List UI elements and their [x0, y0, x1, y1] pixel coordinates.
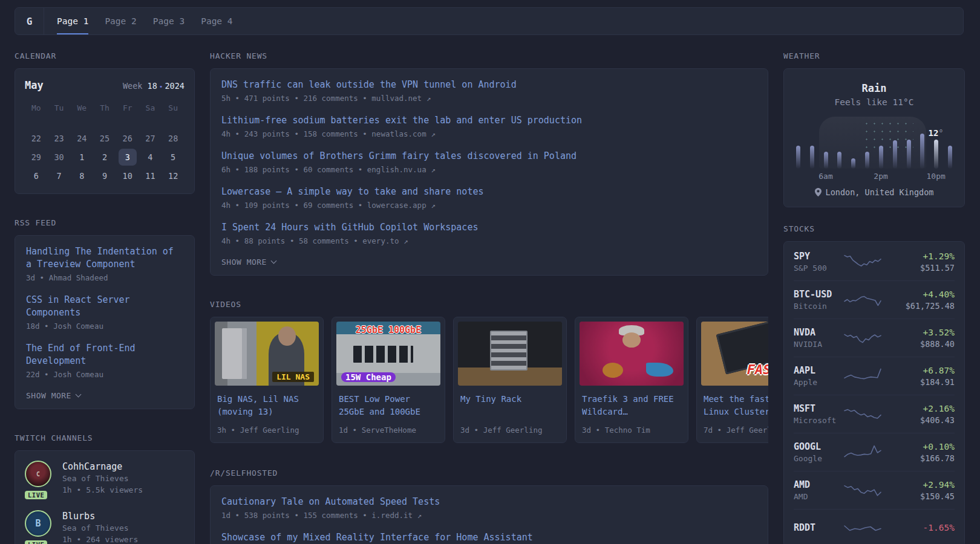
dashboard-columns: CALENDAR May Week 18•2024 Mo Tu We Th	[0, 35, 980, 544]
hackernews-show-more-button[interactable]: SHOW MORE	[221, 257, 276, 267]
twitch-viewers: 1h • 264 viewers	[62, 534, 138, 544]
stock-row[interactable]: AMD AMD +2.94% $150.45	[794, 471, 955, 509]
location-pin-icon	[815, 188, 822, 196]
video-thumbnail[interactable]: 25GbE 100GbE 15W Cheap	[336, 322, 440, 386]
video-card[interactable]: 25GbE 100GbE 15W Cheap BEST Low Power 25…	[332, 317, 445, 443]
calendar-day-number: 3	[119, 149, 137, 166]
hackernews-item-title[interactable]: I Spent 24 Hours with GitHub Copilot Wor…	[221, 221, 757, 234]
video-title[interactable]: My Tiny Rack	[460, 393, 560, 418]
avatar-letter: C	[26, 462, 50, 486]
weather-bar	[920, 134, 924, 169]
weather-bar	[810, 146, 814, 169]
calendar-day: 6	[25, 166, 48, 185]
video-thumbnail[interactable]	[458, 322, 562, 386]
video-card[interactable]: My Tiny Rack 3d • Jeff Geerling	[453, 317, 567, 443]
twitch-section: TWITCH CHANNELS C LIVE	[15, 433, 195, 544]
video-card[interactable]: LIL NAS Big NAS, Lil NAS (moving 13) 3h …	[210, 317, 324, 443]
calendar-day: 5	[162, 147, 185, 166]
rss-item: The End of Front-End Development 22d • J…	[26, 342, 183, 380]
rss-item-title[interactable]: CSS in React Server Components	[26, 294, 183, 319]
rss-show-more-button[interactable]: SHOW MORE	[26, 391, 80, 400]
twitch-game: Sea of Thieves	[62, 522, 138, 534]
hackernews-item-title[interactable]: Lithium-free sodium batteries exit the l…	[221, 114, 757, 127]
stock-sparkline	[843, 366, 882, 387]
nav-tab[interactable]: Page 3	[153, 8, 185, 34]
stock-change: +1.29%	[893, 250, 955, 262]
nav-tab[interactable]: Page 2	[105, 8, 136, 34]
video-meta: 3d • Jeff Geerling	[460, 426, 560, 435]
rss-item-title[interactable]: The End of Front-End Development	[26, 342, 183, 368]
weather-location: London, United Kingdom	[794, 187, 955, 197]
docker-whale-art	[646, 363, 673, 377]
stock-price: $61,725.48	[893, 300, 955, 312]
stock-values: +2.94% $150.45	[893, 479, 955, 502]
video-title[interactable]: Meet the fastest Linux Cluster	[704, 393, 768, 418]
video-thumbnail[interactable]	[580, 322, 684, 386]
twitch-channel-name[interactable]: CohhCarnage	[62, 461, 143, 473]
calendar-day-number: 29	[31, 152, 41, 162]
stock-values: -1.65%	[893, 522, 955, 534]
twitch-channel-name[interactable]: Blurbs	[62, 510, 138, 522]
stock-row[interactable]: NVDA NVIDIA +3.52% $888.40	[794, 319, 955, 357]
stock-row[interactable]: MSFT Microsoft +2.16% $406.43	[794, 395, 955, 433]
app-logo[interactable]: G	[15, 8, 44, 34]
live-badge: LIVE	[25, 540, 47, 544]
stock-change: -1.65%	[893, 522, 955, 534]
video-thumbnail[interactable]: FAS	[701, 322, 768, 386]
stock-row[interactable]: AAPL Apple +6.87% $184.91	[794, 357, 955, 395]
separator-dot: •	[159, 83, 163, 91]
video-thumbnail[interactable]: LIL NAS	[215, 322, 319, 386]
calendar-week: Week 18•2024	[123, 81, 185, 91]
week-label: Week	[123, 81, 143, 91]
video-title[interactable]: BEST Low Power 25GbE and 100GbE Switch…	[339, 393, 438, 418]
video-title[interactable]: Traefik 3 and FREE Wildcard…	[582, 393, 681, 418]
stock-values: +6.87% $184.91	[893, 364, 955, 388]
weekday-label: Tu	[48, 101, 71, 114]
twitch-channel-row[interactable]: B LIVE Blurbs Sea of Thieves 1h • 264 vi…	[25, 510, 185, 544]
calendar-month: May	[25, 79, 44, 91]
stock-sparkline	[843, 251, 882, 273]
nav-tab[interactable]: Page 1	[57, 8, 88, 34]
video-title[interactable]: Big NAS, Lil NAS (moving 13)	[217, 393, 316, 418]
stock-change: +4.40%	[893, 288, 955, 300]
stock-row[interactable]: GOOGL Google +0.10% $166.78	[794, 433, 955, 471]
hackernews-item-meta: 4h • 243 points • 158 comments • newatla…	[221, 128, 757, 140]
weather-bar	[865, 152, 869, 169]
stock-company: Google	[794, 453, 843, 464]
reddit-item-title[interactable]: Cautionary Tale on Automated Speed Tests	[221, 496, 757, 508]
calendar-day: 12	[162, 166, 185, 185]
stock-names: MSFT Microsoft	[794, 403, 843, 426]
thumb-art	[619, 325, 644, 335]
show-more-label: SHOW MORE	[221, 257, 267, 267]
calendar-day: 7	[48, 166, 71, 185]
video-card[interactable]: FAS Meet the fastest Linux Cluster 7d • …	[696, 317, 768, 443]
reddit-item-title[interactable]: Showcase of my Mixed Reality Interface f…	[221, 531, 757, 544]
weather-bar	[907, 140, 911, 169]
stock-row[interactable]: RDDT -1.65%	[794, 509, 955, 544]
stock-change: +0.10%	[893, 441, 955, 453]
weather-bar	[879, 146, 883, 169]
weather-bar	[948, 146, 952, 169]
reddit-list: Cautionary Tale on Automated Speed Tests…	[221, 496, 757, 544]
hackernews-item-title[interactable]: Lowercase – A simple way to take and sha…	[221, 186, 757, 198]
avatar: C	[25, 461, 51, 487]
stock-ticker: SPY	[794, 250, 843, 262]
rss-header: RSS FEED	[15, 218, 195, 227]
rss-item-title[interactable]: Handling The Indentation of a Treeview C…	[26, 245, 183, 271]
twitch-viewers: 1h • 5.5k viewers	[62, 484, 143, 496]
stock-row[interactable]: BTC-USD Bitcoin +4.40% $61,725.48	[794, 280, 955, 319]
hackernews-item-title[interactable]: DNS traffic can leak outside the VPN tun…	[221, 79, 757, 91]
thumb-art	[490, 331, 528, 371]
twitch-channel-row[interactable]: C LIVE CohhCarnage Sea of Thieves 1h • 5…	[25, 461, 185, 496]
stock-row[interactable]: SPY S&P 500 +1.29% $511.57	[794, 243, 955, 280]
calendar-day-number: 5	[171, 152, 175, 162]
stock-values: +3.52% $888.40	[893, 326, 955, 350]
stocks-section: STOCKS SPY S&P 500 +1.29% $511.57	[783, 224, 965, 544]
stock-price: $888.40	[893, 338, 955, 350]
video-card-body: Traefik 3 and FREE Wildcard… 3d • Techno…	[575, 390, 688, 442]
calendar-days-grid: 22 23 24 25 26 27 28 29	[25, 129, 185, 185]
video-card[interactable]: Traefik 3 and FREE Wildcard… 3d • Techno…	[575, 317, 688, 443]
hackernews-item-title[interactable]: Unique volumes of Brothers Grimm fairy t…	[221, 150, 757, 163]
nav-tab[interactable]: Page 4	[201, 8, 232, 34]
hackernews-item-meta: 4h • 109 points • 69 comments • lowercas…	[221, 199, 757, 211]
